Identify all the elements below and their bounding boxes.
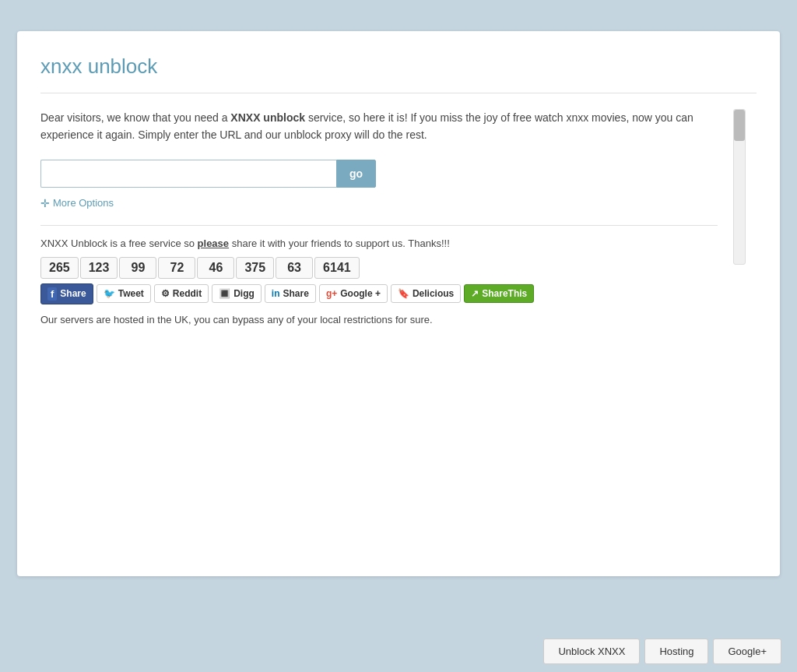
scrollbar-thumb[interactable] [734, 110, 745, 141]
google-share-button[interactable]: g+ Google + [319, 284, 388, 303]
linkedin-share-button[interactable]: in Share [265, 284, 316, 303]
facebook-share-button[interactable]: f Share [40, 283, 93, 304]
card: xnxx unblock Dear visitors, we know that… [17, 31, 780, 576]
share-text: XNXX Unblock is a free service so please… [40, 237, 718, 249]
url-input[interactable] [40, 160, 336, 188]
title-divider [40, 93, 757, 93]
linkedin-icon: in [272, 288, 280, 299]
hosting-text: Our servers are hosted in the UK, you ca… [40, 314, 718, 325]
count-box-7: 6141 [314, 257, 360, 279]
count-box-2: 99 [119, 257, 156, 279]
right-column [733, 109, 757, 325]
main-wrapper: xnxx unblock Dear visitors, we know that… [0, 0, 797, 631]
intro-paragraph: Dear visitors, we know that you need a X… [40, 109, 718, 144]
section-divider [40, 225, 718, 226]
count-box-4: 46 [197, 257, 234, 279]
scrollbar[interactable] [733, 109, 746, 265]
share-buttons-row: f Share 🐦 Tweet ⚙ Reddit 🔳 Digg [40, 283, 718, 304]
count-box-1: 123 [80, 257, 118, 279]
hosting-button[interactable]: Hosting [644, 639, 708, 664]
page-title: xnxx unblock [40, 55, 757, 79]
unblock-xnxx-button[interactable]: Unblock XNXX [543, 639, 640, 664]
twitter-label: Tweet [118, 288, 144, 299]
sharethis-label: ShareThis [482, 288, 527, 299]
count-box-5: 375 [236, 257, 274, 279]
twitter-icon: 🐦 [104, 288, 115, 299]
share-text-start: XNXX Unblock is a free service so [40, 237, 198, 249]
intro-bold-text: XNXX unblock [230, 111, 305, 124]
go-button[interactable]: go [336, 160, 376, 188]
sharethis-icon: ↗ [471, 288, 479, 299]
count-box-6: 63 [276, 257, 313, 279]
google-label: Google + [340, 288, 381, 299]
more-options-row[interactable]: ✛ More Options [40, 197, 718, 209]
reddit-share-button[interactable]: ⚙ Reddit [154, 284, 209, 303]
please-text: please [198, 237, 229, 249]
reddit-icon: ⚙ [161, 288, 170, 299]
left-column: Dear visitors, we know that you need a X… [40, 109, 718, 325]
footer: Unblock XNXX Hosting Google+ [0, 631, 797, 672]
counts-row: 265 123 99 72 46 375 63 6141 [40, 257, 718, 279]
sharethis-share-button[interactable]: ↗ ShareThis [464, 284, 534, 303]
linkedin-label: Share [283, 288, 309, 299]
content-area: Dear visitors, we know that you need a X… [40, 109, 757, 325]
digg-icon: 🔳 [219, 288, 230, 299]
google-icon: g+ [326, 288, 337, 299]
delicious-icon: 🔖 [398, 288, 409, 299]
digg-share-button[interactable]: 🔳 Digg [212, 284, 262, 303]
googleplus-button[interactable]: Google+ [713, 639, 781, 664]
delicious-share-button[interactable]: 🔖 Delicious [391, 284, 461, 303]
facebook-icon: f [47, 287, 57, 301]
reddit-label: Reddit [173, 288, 202, 299]
twitter-share-button[interactable]: 🐦 Tweet [97, 284, 151, 303]
share-text-end: share it with your friends to support us… [232, 237, 450, 249]
intro-text-start: Dear visitors, we know that you need a [40, 111, 230, 124]
more-options-label: More Options [53, 197, 114, 209]
facebook-label: Share [60, 288, 86, 299]
delicious-label: Delicious [413, 288, 454, 299]
more-options-icon: ✛ [40, 197, 50, 209]
count-box-3: 72 [158, 257, 195, 279]
search-row: go [40, 160, 718, 188]
digg-label: Digg [233, 288, 255, 299]
count-box-0: 265 [40, 257, 79, 279]
